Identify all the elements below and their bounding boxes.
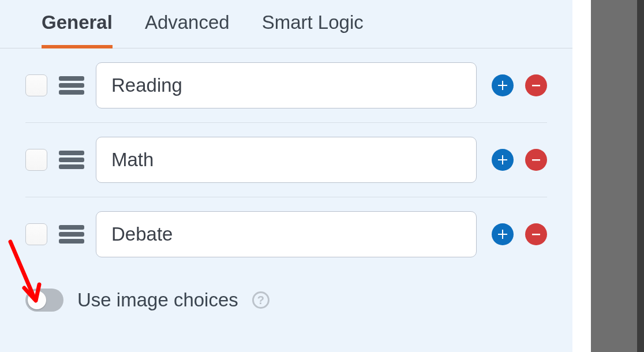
minus-icon bbox=[530, 80, 542, 91]
drag-handle-icon[interactable] bbox=[59, 224, 84, 244]
plus-icon bbox=[497, 80, 508, 91]
tab-general[interactable]: General bbox=[42, 12, 113, 48]
add-choice-button[interactable] bbox=[492, 149, 514, 171]
choice-checkbox[interactable] bbox=[25, 223, 47, 245]
choice-input[interactable] bbox=[96, 137, 477, 183]
choice-rows bbox=[0, 48, 572, 271]
image-choices-label: Use image choices bbox=[77, 289, 238, 311]
tab-smart-logic[interactable]: Smart Logic bbox=[262, 12, 364, 48]
image-choices-row: Use image choices ? bbox=[0, 271, 572, 312]
svg-rect-2 bbox=[532, 234, 540, 235]
drag-handle-icon[interactable] bbox=[59, 76, 84, 95]
tab-advanced[interactable]: Advanced bbox=[145, 12, 230, 48]
settings-panel: General Advanced Smart Logic bbox=[0, 0, 572, 352]
row-actions bbox=[492, 74, 547, 96]
choice-input[interactable] bbox=[96, 62, 477, 108]
row-actions bbox=[492, 223, 547, 245]
svg-rect-0 bbox=[532, 85, 540, 87]
plus-icon bbox=[497, 229, 508, 240]
drag-handle-icon[interactable] bbox=[59, 150, 84, 170]
remove-choice-button[interactable] bbox=[525, 223, 547, 245]
add-choice-button[interactable] bbox=[492, 223, 514, 245]
plus-icon bbox=[497, 154, 508, 166]
svg-rect-1 bbox=[532, 159, 540, 161]
choice-row bbox=[25, 48, 547, 123]
add-choice-button[interactable] bbox=[492, 74, 514, 96]
remove-choice-button[interactable] bbox=[525, 74, 547, 96]
browser-chrome-strip bbox=[591, 0, 644, 352]
minus-icon bbox=[530, 229, 542, 240]
minus-icon bbox=[530, 154, 542, 166]
help-icon[interactable]: ? bbox=[252, 291, 269, 309]
remove-choice-button[interactable] bbox=[525, 149, 547, 171]
choice-checkbox[interactable] bbox=[25, 74, 47, 96]
image-choices-toggle[interactable] bbox=[25, 289, 63, 312]
choice-row bbox=[25, 197, 547, 271]
choice-input[interactable] bbox=[96, 211, 477, 257]
toggle-knob bbox=[28, 291, 46, 309]
choice-row bbox=[25, 123, 547, 197]
tabs: General Advanced Smart Logic bbox=[0, 0, 572, 48]
page-edge bbox=[572, 0, 591, 352]
choice-checkbox[interactable] bbox=[25, 149, 47, 171]
row-actions bbox=[492, 149, 547, 171]
